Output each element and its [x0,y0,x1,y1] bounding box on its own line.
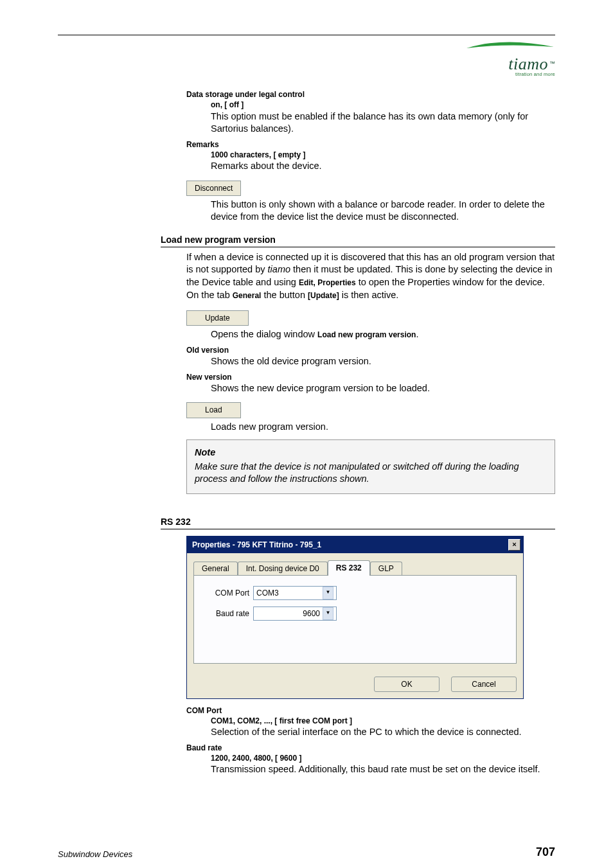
tab-glp[interactable]: GLP [370,562,402,575]
field-remarks-range: 1000 characters, [ empty ] [211,150,555,160]
load-button[interactable]: Load [186,402,241,418]
chevron-down-icon[interactable]: ▼ [323,587,333,599]
brand-logo: tiamo™ titration and more [465,40,555,78]
t: Load new program version [317,330,416,339]
note-text: Make sure that the device is not manipul… [195,461,547,486]
tab-general[interactable]: General [193,562,238,575]
baud-rate-combo[interactable]: 9600 ▼ [253,607,337,621]
field-com-port-desc: Selection of the serial interface on the… [211,726,555,739]
field-old-version-name: Old version [186,345,555,355]
section-rs232-heading: RS 232 [161,516,555,529]
field-baud-name: Baud rate [186,743,555,753]
properties-dialog: Properties - 795 KFT Titrino - 795_1 × G… [186,536,524,699]
field-data-storage-range: on, [ off ] [211,100,555,110]
field-data-storage-desc: This option must be enabled if the balan… [211,111,555,136]
chevron-down-icon[interactable]: ▼ [323,607,333,620]
field-new-version-desc: Shows the new device program version to … [211,382,555,395]
load-intro: If when a device is connected up it is d… [186,251,555,301]
baud-rate-label: Baud rate [204,608,253,619]
sw-name: tiamo [268,264,290,274]
field-old-version-desc: Shows the old device program version. [211,355,555,368]
trademark-icon: ™ [549,60,555,67]
tab-strip: General Int. Dosing device D0 RS 232 GLP [193,560,517,576]
t: Opens the dialog window [211,329,317,339]
t: [Update] [308,291,339,300]
load-desc: Loads new program version. [211,421,555,434]
logo-text: tiamo [508,55,548,73]
t: Edit, Properties [299,278,356,287]
cancel-button[interactable]: Cancel [451,677,517,692]
com-port-value: COM3 [256,588,279,598]
ok-button[interactable]: OK [374,677,440,692]
tab-rs232[interactable]: RS 232 [328,560,370,576]
tab-int-dosing[interactable]: Int. Dosing device D0 [238,562,328,575]
disconnect-button[interactable]: Disconnect [186,181,241,196]
footer-section-name: Subwindow Devices [58,849,132,860]
update-button[interactable]: Update [186,310,249,326]
com-port-combo[interactable]: COM3 ▼ [253,586,337,600]
t: is then active. [339,290,399,300]
note-box: Note Make sure that the device is not ma… [186,439,555,494]
field-remarks-name: Remarks [186,139,555,150]
update-desc: Opens the dialog window Load new program… [211,328,555,341]
note-title: Note [195,447,547,459]
t: . [416,329,418,339]
field-com-port-name: COM Port [186,705,555,716]
field-remarks-desc: Remarks about the device. [211,160,555,173]
field-baud-desc: Transmission speed. Additionally, this b… [211,763,555,776]
close-icon[interactable]: × [508,539,520,551]
field-com-port-range: COM1, COM2, ..., [ first free COM port ] [211,716,555,726]
section-load-heading: Load new program version [161,234,555,247]
t: the button [261,290,308,300]
disconnect-desc: This button is only shown with a balance… [211,199,555,224]
field-new-version-name: New version [186,372,555,382]
field-data-storage-name: Data storage under legal control [186,89,555,100]
baud-rate-value: 9600 [303,608,320,619]
field-baud-range: 1200, 2400, 4800, [ 9600 ] [211,753,555,763]
dialog-title: Properties - 795 KFT Titrino - 795_1 [192,540,321,550]
com-port-label: COM Port [204,588,253,598]
swoosh-icon [465,40,555,52]
t: General [233,291,262,300]
page-number: 707 [536,844,555,860]
